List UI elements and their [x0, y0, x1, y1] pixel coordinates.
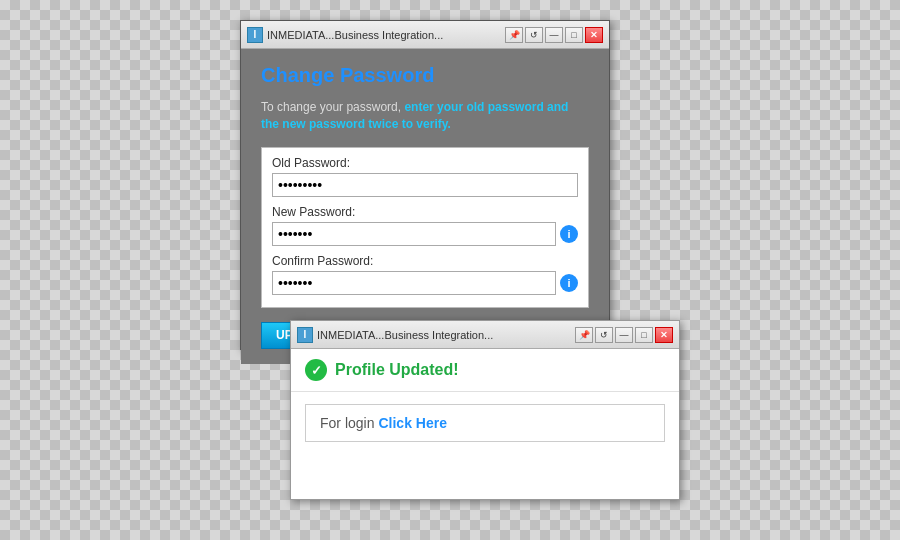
window1-app-icon: I — [247, 27, 263, 43]
window2-titlebar-buttons: 📌 ↺ — □ ✕ — [575, 327, 673, 343]
confirm-password-label: Confirm Password: — [272, 254, 578, 268]
profile-updated-bar: ✓ Profile Updated! — [291, 349, 679, 392]
new-password-info-icon[interactable]: i — [560, 225, 578, 243]
description-plain: To change your password, — [261, 100, 404, 114]
window2-pin-button[interactable]: 📌 — [575, 327, 593, 343]
window2-minimize-button[interactable]: — — [615, 327, 633, 343]
profile-updated-window: I INMEDIATA...Business Integration... 📌 … — [290, 320, 680, 500]
window1-pin-button[interactable]: 📌 — [505, 27, 523, 43]
click-here-link[interactable]: Click Here — [378, 415, 446, 431]
window2-titlebar: I INMEDIATA...Business Integration... 📌 … — [291, 321, 679, 349]
login-section: For login Click Here — [305, 404, 665, 442]
window1-content: Change Password To change your password,… — [241, 49, 609, 364]
check-icon: ✓ — [305, 359, 327, 381]
new-password-label: New Password: — [272, 205, 578, 219]
confirm-password-info-icon[interactable]: i — [560, 274, 578, 292]
window1-minimize-button[interactable]: — — [545, 27, 563, 43]
window2-refresh-button[interactable]: ↺ — [595, 327, 613, 343]
change-password-description: To change your password, enter your old … — [261, 99, 589, 133]
window2-close-button[interactable]: ✕ — [655, 327, 673, 343]
new-password-row: i — [272, 222, 578, 246]
profile-updated-text: Profile Updated! — [335, 361, 459, 379]
confirm-password-row: i — [272, 271, 578, 295]
window1-title: INMEDIATA...Business Integration... — [267, 29, 501, 41]
confirm-password-input[interactable] — [272, 271, 556, 295]
password-form: Old Password: New Password: i Confirm Pa… — [261, 147, 589, 308]
old-password-input[interactable] — [272, 173, 578, 197]
window1-close-button[interactable]: ✕ — [585, 27, 603, 43]
for-login-text: For login — [320, 415, 374, 431]
window1-restore-button[interactable]: □ — [565, 27, 583, 43]
window1-refresh-button[interactable]: ↺ — [525, 27, 543, 43]
window1-titlebar-buttons: 📌 ↺ — □ ✕ — [505, 27, 603, 43]
window1-titlebar: I INMEDIATA...Business Integration... 📌 … — [241, 21, 609, 49]
change-password-window: I INMEDIATA...Business Integration... 📌 … — [240, 20, 610, 350]
change-password-heading: Change Password — [261, 64, 589, 87]
window2-title: INMEDIATA...Business Integration... — [317, 329, 571, 341]
window2-restore-button[interactable]: □ — [635, 327, 653, 343]
window2-app-icon: I — [297, 327, 313, 343]
new-password-input[interactable] — [272, 222, 556, 246]
old-password-label: Old Password: — [272, 156, 578, 170]
